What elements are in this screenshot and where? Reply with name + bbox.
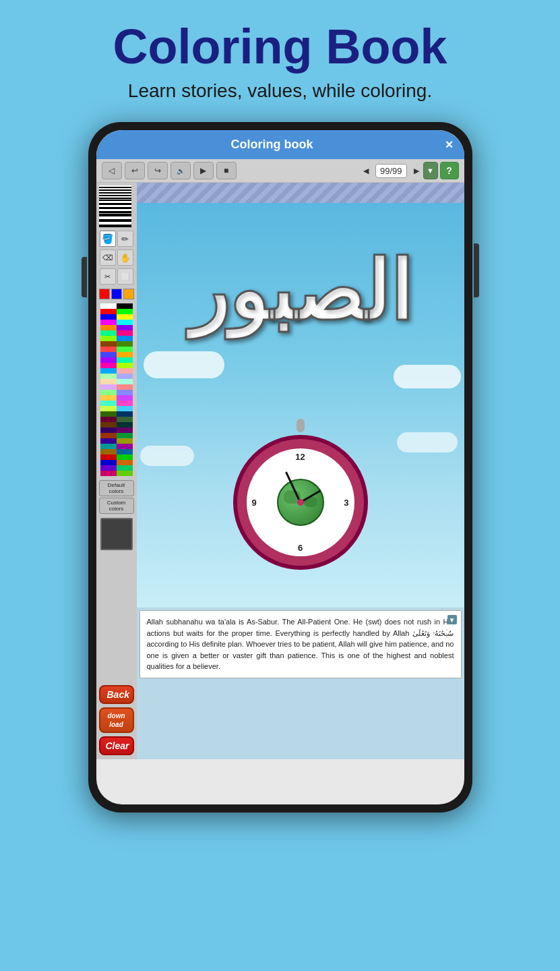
- color-swatch-16[interactable]: [100, 347, 117, 352]
- color-sample-blue[interactable]: [111, 289, 122, 299]
- color-swatch-39[interactable]: [117, 406, 133, 411]
- fill-tool-button[interactable]: 🪣: [100, 231, 116, 247]
- color-swatch-17[interactable]: [117, 347, 133, 352]
- color-swatch-19[interactable]: [117, 352, 133, 357]
- color-swatch-52[interactable]: [100, 444, 117, 449]
- color-swatch-60[interactable]: [100, 465, 117, 471]
- color-swatch-41[interactable]: [117, 411, 133, 417]
- color-swatch-62[interactable]: [100, 471, 117, 476]
- color-swatch-36[interactable]: [100, 401, 117, 406]
- stripe-tool-1[interactable]: [99, 185, 131, 199]
- select-tool-button[interactable]: ⬜: [117, 268, 133, 285]
- back-button[interactable]: Back: [99, 685, 134, 704]
- color-swatch-45[interactable]: [117, 422, 133, 428]
- page-current: 99: [380, 166, 390, 176]
- phone-screen: Coloring book × ◁ ↩ ↪ 🔊 ▶ ■ ◀ 99 / 99: [96, 130, 464, 804]
- stop-button[interactable]: ■: [216, 162, 237, 179]
- color-swatch-2[interactable]: [100, 309, 117, 314]
- page-next-button[interactable]: ▶: [412, 167, 421, 175]
- close-button[interactable]: ×: [437, 137, 454, 152]
- clear-button[interactable]: Clear: [99, 736, 134, 755]
- back-nav-button[interactable]: ◁: [102, 162, 122, 179]
- color-swatch-53[interactable]: [117, 444, 133, 449]
- color-swatch-34[interactable]: [100, 395, 117, 401]
- default-colors-button[interactable]: Default colors: [99, 480, 134, 496]
- info-box-arrow[interactable]: ▼: [447, 615, 457, 624]
- color-swatch-42[interactable]: [100, 417, 117, 422]
- custom-colors-button[interactable]: Custom colors: [99, 498, 134, 514]
- color-swatch-18[interactable]: [100, 352, 117, 357]
- color-swatch-15[interactable]: [117, 341, 133, 347]
- color-swatch-50[interactable]: [100, 438, 117, 444]
- color-swatch-29[interactable]: [117, 379, 133, 384]
- tool-row-2: ⌫ ✋: [100, 249, 133, 266]
- color-swatch-37[interactable]: [117, 401, 133, 406]
- coloring-image[interactable]: الصبور: [137, 203, 464, 608]
- color-swatch-3[interactable]: [117, 309, 133, 314]
- undo-button[interactable]: ↩: [125, 162, 145, 179]
- sound-button[interactable]: 🔊: [170, 162, 191, 179]
- dropdown-button[interactable]: ▼: [423, 162, 438, 179]
- play-button[interactable]: ▶: [193, 162, 214, 179]
- download-button[interactable]: down load: [99, 707, 134, 733]
- color-swatch-47[interactable]: [117, 428, 133, 433]
- color-swatch-31[interactable]: [117, 384, 133, 390]
- help-button[interactable]: ?: [440, 162, 459, 179]
- redo-button[interactable]: ↪: [148, 162, 168, 179]
- color-swatch-5[interactable]: [117, 314, 133, 320]
- color-swatch-20[interactable]: [100, 357, 117, 363]
- color-swatch-13[interactable]: [117, 336, 133, 341]
- color-swatch-23[interactable]: [117, 363, 133, 368]
- color-swatch-26[interactable]: [100, 374, 117, 379]
- color-swatch-12[interactable]: [100, 336, 117, 341]
- color-swatch-6[interactable]: [100, 320, 117, 325]
- page-prev-button[interactable]: ◀: [361, 167, 371, 175]
- eraser-tool-button[interactable]: ⌫: [100, 249, 116, 266]
- color-swatch-8[interactable]: [100, 325, 117, 330]
- color-swatch-25[interactable]: [117, 368, 133, 374]
- color-swatch-57[interactable]: [117, 454, 133, 460]
- color-swatch-35[interactable]: [117, 395, 133, 401]
- color-swatch-46[interactable]: [100, 428, 117, 433]
- color-swatch-24[interactable]: [100, 368, 117, 374]
- color-swatch-51[interactable]: [117, 438, 133, 444]
- clock-num-12: 12: [295, 452, 305, 462]
- color-swatch-7[interactable]: [117, 320, 133, 325]
- stripe-tool-3[interactable]: [99, 214, 131, 227]
- page-total: 99: [392, 166, 402, 176]
- color-swatch-33[interactable]: [117, 390, 133, 395]
- hand-tool-button[interactable]: ✋: [117, 249, 133, 266]
- stripe-tool-2[interactable]: [99, 200, 131, 213]
- color-swatch-0[interactable]: [100, 303, 117, 309]
- pencil-tool-button[interactable]: ✏: [117, 231, 133, 247]
- color-swatch-30[interactable]: [100, 384, 117, 390]
- color-swatch-21[interactable]: [117, 357, 133, 363]
- color-swatch-58[interactable]: [100, 460, 117, 465]
- color-swatch-59[interactable]: [117, 460, 133, 465]
- color-swatch-61[interactable]: [117, 465, 133, 471]
- color-swatch-1[interactable]: [117, 303, 133, 309]
- color-swatch-43[interactable]: [117, 417, 133, 422]
- color-swatch-44[interactable]: [100, 422, 117, 428]
- color-swatch-55[interactable]: [117, 449, 133, 454]
- color-swatch-63[interactable]: [117, 471, 133, 476]
- color-sample-orange[interactable]: [123, 289, 134, 299]
- color-swatch-11[interactable]: [117, 330, 133, 336]
- color-swatch-9[interactable]: [117, 325, 133, 330]
- canvas-area[interactable]: الصبور: [137, 183, 464, 681]
- color-swatch-22[interactable]: [100, 363, 117, 368]
- color-swatch-28[interactable]: [100, 379, 117, 384]
- color-swatch-38[interactable]: [100, 406, 117, 411]
- color-swatch-14[interactable]: [100, 341, 117, 347]
- color-swatch-56[interactable]: [100, 454, 117, 460]
- color-swatch-27[interactable]: [117, 374, 133, 379]
- color-swatch-4[interactable]: [100, 314, 117, 320]
- color-swatch-48[interactable]: [100, 433, 117, 438]
- color-swatch-49[interactable]: [117, 433, 133, 438]
- color-swatch-10[interactable]: [100, 330, 117, 336]
- stamp-tool-button[interactable]: ✂: [100, 268, 116, 285]
- color-swatch-32[interactable]: [100, 390, 117, 395]
- color-sample-red[interactable]: [99, 289, 110, 299]
- color-swatch-40[interactable]: [100, 411, 117, 417]
- color-swatch-54[interactable]: [100, 449, 117, 454]
